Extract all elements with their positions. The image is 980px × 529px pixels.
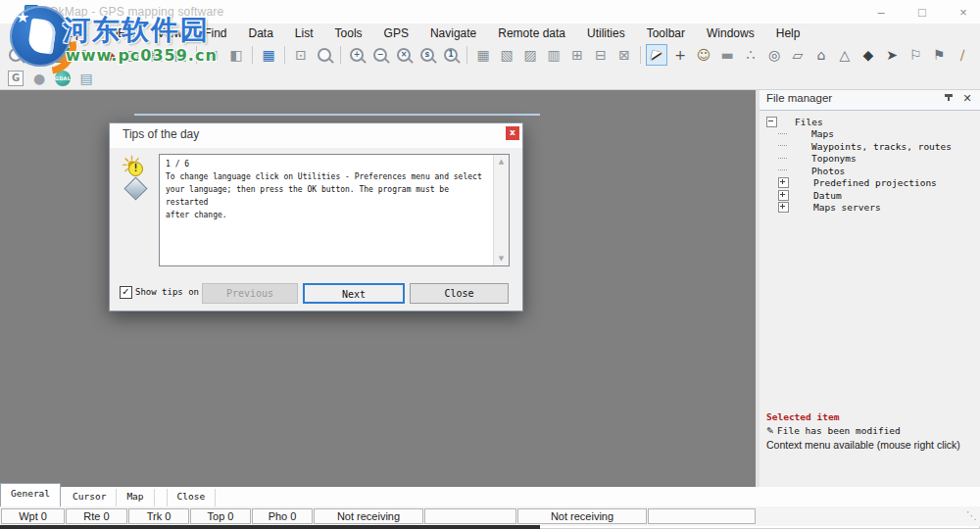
zoom-in-icon[interactable]: + [346, 44, 368, 66]
zoom-window-icon[interactable] [314, 44, 335, 66]
measure-distance-icon[interactable]: ∕ [952, 44, 973, 66]
dialog-title-bar[interactable]: Tips of the day x [110, 123, 522, 148]
import-folder-icon[interactable] [52, 44, 74, 66]
new-window-icon[interactable]: ⊡ [290, 44, 312, 66]
add-polygon-icon[interactable]: ⌂ [810, 44, 832, 66]
add-waypoint-icon[interactable]: + [669, 44, 691, 66]
title-bar: OkMap - GPS mapping software – □ × [0, 0, 980, 24]
menu-item-data[interactable]: Data [238, 24, 284, 42]
photo-list-icon[interactable]: ▤ [75, 68, 97, 89]
show-tips-checkbox[interactable]: ✓ [120, 286, 132, 299]
flag-set-icon[interactable]: ⚑ [928, 44, 950, 66]
menu-item-gps[interactable]: GPS [373, 24, 419, 42]
edit-map-icon[interactable]: ✎ [75, 44, 97, 66]
menu-item-utilities[interactable]: Utilities [576, 24, 636, 42]
delete-map-icon[interactable]: ⊠ [202, 44, 223, 66]
zoom-full-icon[interactable]: × [393, 44, 415, 66]
panel-close-icon[interactable]: ✕ [961, 92, 973, 105]
tree-item-maps-servers[interactable]: Maps servers [760, 202, 980, 215]
sphere-icon[interactable]: ● [28, 68, 50, 89]
dialog-close-button[interactable]: x [506, 126, 519, 140]
grid-edit-icon[interactable]: ▧ [496, 44, 517, 66]
measure-area-icon[interactable]: ∕ [975, 44, 980, 66]
tree-item-label: Files [795, 117, 823, 127]
search-map-icon[interactable] [5, 44, 26, 66]
close-dialog-button[interactable]: Close [410, 283, 509, 304]
glyph: + [674, 48, 686, 62]
save-map-icon[interactable]: ▣ [170, 44, 191, 66]
map-unlink-icon[interactable]: ⊟ [590, 44, 612, 66]
next-button[interactable]: Next [303, 283, 405, 304]
map-cross-icon[interactable]: ⊠ [613, 44, 635, 66]
menu-item-dem[interactable]: DEM [99, 24, 147, 42]
data-table-icon[interactable]: ▦ [258, 44, 279, 66]
magnifier-label: 1 [448, 50, 454, 59]
select-tool-icon[interactable]: ◤ [646, 44, 667, 66]
menu-item-file[interactable]: File [8, 24, 48, 42]
projection-g-icon[interactable]: G [5, 68, 26, 89]
add-label-icon[interactable]: ▬ [716, 44, 738, 66]
pan-tool-icon[interactable]: ➤ [881, 44, 903, 66]
menu-item-tools[interactable]: Tools [324, 24, 373, 42]
add-poi-icon[interactable]: ☺ [693, 44, 714, 66]
close-button[interactable]: × [956, 5, 970, 20]
tree-item-toponyms[interactable]: Toponyms [760, 153, 980, 166]
flag-clear-icon[interactable]: ⚐ [905, 44, 926, 66]
tab-close[interactable]: Close [167, 489, 217, 506]
tip-text: 1 / 6 To change language click on Utilit… [160, 155, 494, 265]
scroll-down-icon[interactable]: ▼ [494, 252, 509, 265]
tree-expand-icon[interactable] [778, 177, 789, 188]
tree-expand-icon[interactable] [778, 190, 789, 201]
add-track-icon[interactable]: ◎ [763, 44, 785, 66]
menu-item-navigate[interactable]: Navigate [419, 24, 487, 42]
tree-item-maps[interactable]: Maps [760, 128, 980, 141]
grid-device-icon[interactable]: ▦ [472, 44, 494, 66]
map-properties-icon[interactable]: ▤ [122, 44, 144, 66]
pin-icon[interactable] [943, 93, 955, 105]
tab-map[interactable]: Map [117, 489, 154, 506]
map-link-icon[interactable]: ⊞ [566, 44, 588, 66]
tree-item-files[interactable]: Files [760, 116, 980, 128]
gdal-icon[interactable]: GDAL [52, 68, 74, 89]
tree-item-datum[interactable]: Datum [760, 189, 980, 202]
zoom-out-icon[interactable]: − [369, 44, 391, 66]
menu-item-windows[interactable]: Windows [696, 24, 765, 42]
app-icon [24, 5, 38, 19]
open-folder-icon[interactable] [28, 44, 50, 66]
grid-style-icon[interactable]: ▨ [519, 44, 541, 66]
map-split-icon[interactable]: ▥ [543, 44, 564, 66]
menu-item-view[interactable]: View [146, 24, 193, 42]
tip-scrollbar[interactable]: ▲ ▼ [493, 155, 509, 265]
zoom-selection-icon[interactable]: s [416, 44, 438, 66]
tab-cursor[interactable]: Cursor [63, 489, 117, 506]
add-points-icon[interactable]: ∴ [740, 44, 761, 66]
previous-button[interactable]: Previous [202, 283, 298, 304]
tree-item-photos[interactable]: Photos [760, 165, 980, 177]
pencil-icon: ✎ [766, 425, 774, 436]
tree-item-waypoints-tracks-routes[interactable]: Waypoints, tracks, routes [760, 140, 980, 153]
tip-textbox[interactable]: 1 / 6 To change language click on Utilit… [159, 154, 510, 266]
magnifier-label: − [377, 50, 384, 59]
menu-item-remote-data[interactable]: Remote data [487, 24, 576, 42]
tree-expand-icon[interactable] [778, 202, 789, 213]
maximize-button[interactable]: □ [915, 5, 929, 20]
zoom-actual-icon[interactable]: 1 [440, 44, 462, 66]
add-route-icon[interactable]: ▱ [787, 44, 808, 66]
bottom-edge-artifact [0, 525, 540, 529]
menu-item-list[interactable]: List [284, 24, 324, 42]
add-area-icon[interactable]: △ [834, 44, 856, 66]
menu-item-find[interactable]: Find [193, 24, 237, 42]
menu-item-maps[interactable]: Maps [48, 24, 98, 42]
close-map-icon[interactable]: ◆ [99, 44, 121, 66]
page-color-icon[interactable]: ◧ [225, 44, 247, 66]
minimize-button[interactable]: – [874, 5, 888, 20]
tree-item-predefined-projections[interactable]: Predefined projections [760, 177, 980, 190]
tab-general[interactable]: General [0, 483, 61, 506]
menu-item-help[interactable]: Help [765, 24, 811, 42]
vertex-tool-icon[interactable]: ◆ [858, 44, 879, 66]
map-calibrate-icon[interactable]: ▦ [146, 44, 168, 66]
tree-expand-icon[interactable] [766, 117, 777, 127]
resize-grip[interactable]: ⋱ [966, 509, 977, 522]
scroll-up-icon[interactable]: ▲ [494, 155, 509, 168]
menu-item-toolbar[interactable]: Toolbar [636, 24, 696, 42]
